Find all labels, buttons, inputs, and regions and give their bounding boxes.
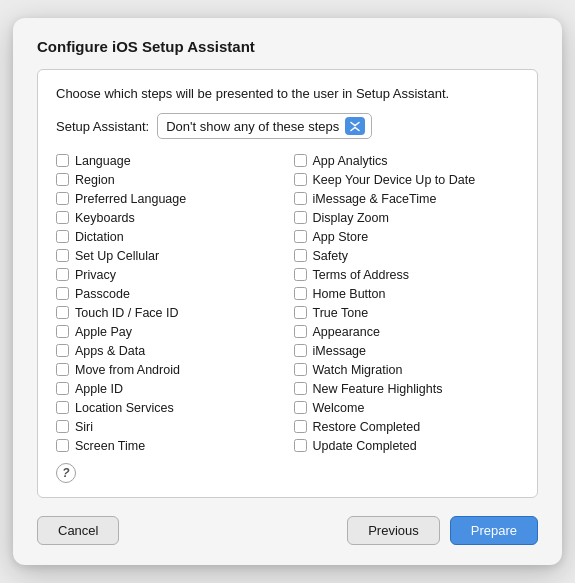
checkbox[interactable]	[294, 420, 307, 433]
checkbox-label: Passcode	[75, 287, 130, 301]
checkbox-label: Move from Android	[75, 363, 180, 377]
checkbox[interactable]	[294, 439, 307, 452]
list-item: Language	[56, 151, 282, 170]
checkbox-label: Welcome	[313, 401, 365, 415]
checkbox-label: Watch Migration	[313, 363, 403, 377]
checkbox[interactable]	[56, 230, 69, 243]
list-item: Siri	[56, 417, 282, 436]
checkbox-label: Privacy	[75, 268, 116, 282]
checkbox[interactable]	[56, 154, 69, 167]
checkbox-label: Apple Pay	[75, 325, 132, 339]
checkbox-label: Home Button	[313, 287, 386, 301]
checkbox[interactable]	[294, 192, 307, 205]
checkboxes-left-column: LanguageRegionPreferred LanguageKeyboard…	[56, 151, 282, 455]
checkbox[interactable]	[294, 268, 307, 281]
checkbox[interactable]	[56, 401, 69, 414]
dialog-title: Configure iOS Setup Assistant	[37, 38, 538, 55]
checkbox[interactable]	[294, 230, 307, 243]
checkbox[interactable]	[56, 344, 69, 357]
checkbox[interactable]	[294, 401, 307, 414]
checkbox[interactable]	[294, 325, 307, 338]
checkbox[interactable]	[56, 268, 69, 281]
dropdown-arrow-icon	[345, 117, 365, 135]
checkbox[interactable]	[294, 211, 307, 224]
list-item: Set Up Cellular	[56, 246, 282, 265]
checkbox[interactable]	[56, 287, 69, 300]
checkbox-label: Set Up Cellular	[75, 249, 159, 263]
footer: Cancel Previous Prepare	[37, 516, 538, 545]
checkbox-label: App Store	[313, 230, 369, 244]
checkbox[interactable]	[56, 382, 69, 395]
checkbox-label: Language	[75, 154, 131, 168]
checkbox-label: App Analytics	[313, 154, 388, 168]
list-item: Apps & Data	[56, 341, 282, 360]
help-row: ?	[56, 463, 519, 483]
checkbox[interactable]	[294, 363, 307, 376]
dialog-body: Choose which steps will be presented to …	[37, 69, 538, 498]
prepare-button[interactable]: Prepare	[450, 516, 538, 545]
checkbox-label: Keep Your Device Up to Date	[313, 173, 476, 187]
help-button[interactable]: ?	[56, 463, 76, 483]
checkbox[interactable]	[56, 325, 69, 338]
setup-assistant-dropdown[interactable]: Don't show any of these steps	[157, 113, 372, 139]
list-item: Screen Time	[56, 436, 282, 455]
checkbox-label: Location Services	[75, 401, 174, 415]
description-text: Choose which steps will be presented to …	[56, 86, 519, 101]
checkbox-label: Siri	[75, 420, 93, 434]
list-item: Update Completed	[294, 436, 520, 455]
checkbox[interactable]	[56, 420, 69, 433]
checkbox[interactable]	[56, 173, 69, 186]
list-item: Terms of Address	[294, 265, 520, 284]
checkbox[interactable]	[56, 192, 69, 205]
list-item: iMessage	[294, 341, 520, 360]
list-item: Home Button	[294, 284, 520, 303]
checkbox-label: True Tone	[313, 306, 369, 320]
list-item: Welcome	[294, 398, 520, 417]
list-item: Keep Your Device Up to Date	[294, 170, 520, 189]
checkbox-label: Preferred Language	[75, 192, 186, 206]
checkbox-label: Screen Time	[75, 439, 145, 453]
list-item: True Tone	[294, 303, 520, 322]
checkbox-label: Display Zoom	[313, 211, 389, 225]
checkbox[interactable]	[56, 211, 69, 224]
list-item: Passcode	[56, 284, 282, 303]
checkbox-label: Apple ID	[75, 382, 123, 396]
list-item: App Analytics	[294, 151, 520, 170]
previous-button[interactable]: Previous	[347, 516, 440, 545]
setup-assistant-label: Setup Assistant:	[56, 119, 149, 134]
checkbox[interactable]	[56, 363, 69, 376]
checkbox-label: Update Completed	[313, 439, 417, 453]
checkbox[interactable]	[56, 249, 69, 262]
checkbox-label: Appearance	[313, 325, 380, 339]
checkbox-label: Dictation	[75, 230, 124, 244]
footer-right: Previous Prepare	[347, 516, 538, 545]
setup-assistant-row: Setup Assistant: Don't show any of these…	[56, 113, 519, 139]
list-item: Restore Completed	[294, 417, 520, 436]
checkboxes-right-column: App AnalyticsKeep Your Device Up to Date…	[294, 151, 520, 455]
checkbox[interactable]	[294, 344, 307, 357]
checkbox-label: Touch ID / Face ID	[75, 306, 179, 320]
checkbox[interactable]	[294, 154, 307, 167]
checkbox-label: Terms of Address	[313, 268, 410, 282]
checkbox[interactable]	[294, 306, 307, 319]
checkbox[interactable]	[294, 287, 307, 300]
checkbox-label: iMessage & FaceTime	[313, 192, 437, 206]
checkbox[interactable]	[294, 249, 307, 262]
list-item: Apple ID	[56, 379, 282, 398]
list-item: Privacy	[56, 265, 282, 284]
list-item: Apple Pay	[56, 322, 282, 341]
list-item: Dictation	[56, 227, 282, 246]
checkbox[interactable]	[56, 439, 69, 452]
checkbox-label: Restore Completed	[313, 420, 421, 434]
list-item: New Feature Highlights	[294, 379, 520, 398]
list-item: Preferred Language	[56, 189, 282, 208]
list-item: Appearance	[294, 322, 520, 341]
list-item: Display Zoom	[294, 208, 520, 227]
checkbox[interactable]	[294, 382, 307, 395]
checkbox[interactable]	[294, 173, 307, 186]
cancel-button[interactable]: Cancel	[37, 516, 119, 545]
list-item: App Store	[294, 227, 520, 246]
list-item: iMessage & FaceTime	[294, 189, 520, 208]
checkbox[interactable]	[56, 306, 69, 319]
checkboxes-grid: LanguageRegionPreferred LanguageKeyboard…	[56, 151, 519, 455]
